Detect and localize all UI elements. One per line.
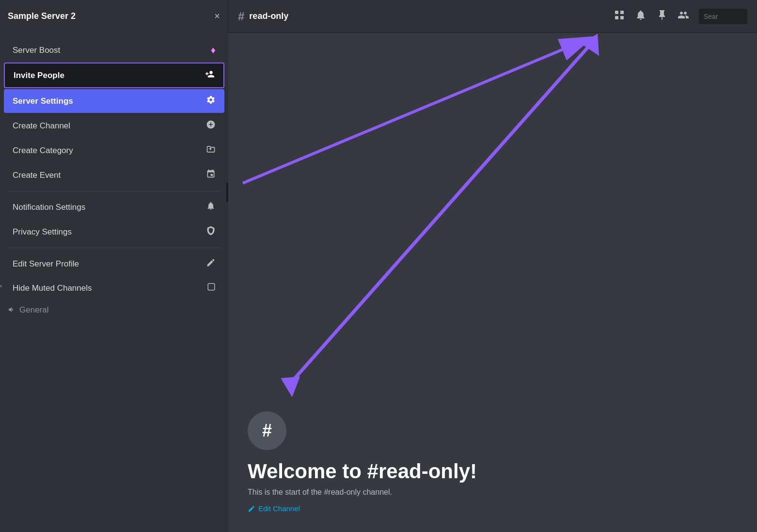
sidebar-item-create-category[interactable]: Create Category: [4, 139, 224, 162]
notification-bell-menu-icon: [206, 201, 216, 213]
topbar: Sample Server 2 × # read-only: [0, 0, 757, 33]
create-event-icon: [206, 169, 216, 181]
checkbox-icon: [207, 282, 216, 294]
edit-channel-label: Edit Channel: [258, 504, 300, 513]
chat-area: # Welcome to #read-only! This is the sta…: [228, 33, 757, 532]
channel-welcome: # Welcome to #read-only! This is the sta…: [248, 411, 738, 513]
sidebar-item-notification-settings[interactable]: Notification Settings: [4, 195, 224, 219]
channel-icon-circle: #: [248, 411, 286, 450]
create-category-icon: [206, 144, 216, 156]
svg-rect-3: [620, 16, 624, 19]
search-box[interactable]: Sear: [699, 9, 747, 24]
welcome-subtitle: This is the start of the #read-only chan…: [248, 488, 738, 497]
sidebar: Server Boost ♦ Invite People Server Sett…: [0, 33, 228, 532]
members-icon[interactable]: [678, 9, 689, 24]
create-channel-icon: [206, 120, 216, 132]
svg-rect-0: [615, 11, 618, 14]
server-title: Sample Server 2: [8, 11, 76, 21]
notification-bell-icon[interactable]: [635, 9, 647, 24]
server-title-area: Sample Server 2 ×: [0, 0, 228, 33]
channel-header: # read-only: [228, 10, 614, 23]
collapse-arrow: ‹: [0, 282, 2, 289]
close-button[interactable]: ×: [214, 11, 220, 22]
general-channel-label[interactable]: General: [19, 305, 48, 315]
privacy-shield-icon: [206, 226, 216, 238]
svg-rect-2: [615, 16, 618, 19]
notification-settings-label: Notification Settings: [13, 203, 85, 212]
channel-hash-icon: #: [238, 10, 244, 23]
sidebar-item-server-settings[interactable]: Server Settings: [4, 89, 224, 113]
sidebar-item-privacy-settings[interactable]: Privacy Settings: [4, 220, 224, 244]
channel-list-section: General: [0, 300, 228, 320]
pin-icon[interactable]: [656, 9, 668, 24]
main-content: Server Boost ♦ Invite People Server Sett…: [0, 33, 757, 532]
create-channel-label: Create Channel: [13, 121, 70, 131]
server-boost-label: Server Boost: [13, 46, 60, 55]
speaker-icon: [8, 306, 16, 315]
hide-muted-channels-label: Hide Muted Channels: [13, 283, 92, 293]
settings-gear-icon: [206, 95, 216, 107]
sidebar-item-hide-muted-channels[interactable]: Hide Muted Channels: [4, 277, 224, 299]
sidebar-item-create-event[interactable]: Create Event: [4, 163, 224, 187]
svg-rect-1: [620, 11, 624, 14]
chat-content: # Welcome to #read-only! This is the sta…: [228, 33, 757, 532]
invite-people-label: Invite People: [14, 71, 64, 80]
invite-icon: [205, 69, 215, 81]
welcome-title: Welcome to #read-only!: [248, 460, 738, 483]
sidebar-item-create-channel[interactable]: Create Channel: [4, 114, 224, 138]
edit-server-profile-label: Edit Server Profile: [13, 259, 79, 269]
threads-icon[interactable]: [614, 9, 625, 24]
divider-2: [8, 248, 221, 248]
server-settings-label: Server Settings: [13, 96, 73, 106]
channel-hash-welcome: #: [262, 421, 272, 441]
sidebar-item-invite-people[interactable]: Invite People: [4, 63, 224, 88]
search-placeholder: Sear: [704, 13, 718, 20]
sidebar-item-edit-server-profile[interactable]: Edit Server Profile: [4, 252, 224, 276]
privacy-settings-label: Privacy Settings: [13, 227, 72, 237]
create-category-label: Create Category: [13, 146, 73, 156]
pencil-icon: [206, 258, 216, 270]
channel-name: read-only: [249, 11, 288, 21]
svg-rect-4: [208, 283, 215, 290]
divider-1: [8, 191, 221, 191]
create-event-label: Create Event: [13, 171, 61, 180]
boost-icon: ♦: [211, 45, 216, 56]
edit-channel-button[interactable]: Edit Channel: [248, 504, 738, 513]
header-icons: Sear: [614, 9, 757, 24]
sidebar-item-server-boost[interactable]: Server Boost ♦: [4, 39, 224, 62]
